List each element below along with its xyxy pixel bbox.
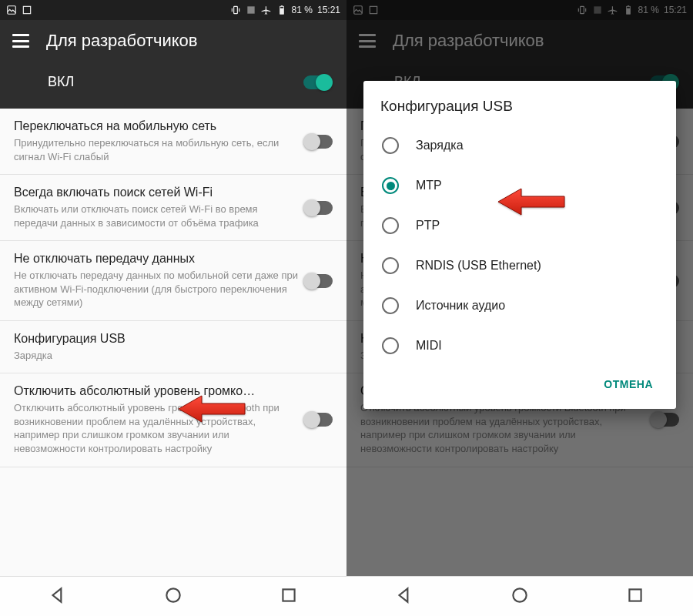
gallery-icon [6, 5, 17, 15]
page-title: Для разработчиков [46, 31, 198, 51]
nav-back-icon[interactable] [48, 585, 68, 608]
phone-right: 81 % 15:21 Для разработчиков ВКЛ Переклю… [346, 0, 693, 616]
setting-keep-data[interactable]: Не отключать передачу данных Не отключат… [0, 241, 346, 321]
setting-subtitle: Не отключать передачу данных по мобильно… [14, 269, 299, 310]
setting-title: Конфигурация USB [14, 332, 299, 346]
setting-toggle[interactable] [305, 201, 333, 215]
radio-icon [382, 217, 399, 234]
radio-icon [382, 257, 399, 274]
nav-home-icon[interactable] [163, 585, 183, 608]
setting-title: Переключаться на мобильную сеть [14, 119, 299, 133]
radio-label: Зарядка [416, 139, 464, 152]
setting-usb-config[interactable]: Конфигурация USB Зарядка [0, 321, 346, 374]
svg-rect-2 [233, 6, 237, 13]
battery-icon [276, 5, 287, 15]
radio-option-charge[interactable]: Зарядка [377, 126, 662, 166]
setting-toggle[interactable] [305, 274, 333, 288]
svg-rect-5 [280, 5, 282, 6]
radio-icon [382, 177, 399, 194]
setting-subtitle: Отключить абсолютный уровень громкости B… [14, 401, 299, 455]
radio-option-audio[interactable]: Источник аудио [377, 286, 662, 326]
svg-rect-4 [280, 8, 283, 15]
master-toggle-label: ВКЛ [48, 74, 74, 90]
airplane-icon [261, 5, 272, 15]
navbar [346, 576, 693, 616]
battery-percent: 81 % [292, 5, 313, 15]
notification-icon [22, 5, 32, 15]
radio-label: PTP [416, 219, 440, 233]
svg-rect-1 [23, 6, 30, 13]
svg-point-14 [513, 588, 526, 601]
setting-title: Отключить абсолютный уровень громко… [14, 384, 299, 398]
usb-config-dialog: Конфигурация USB Зарядка MTP PTP RNDIS (… [363, 81, 676, 409]
radio-icon [382, 337, 399, 354]
radio-label: MIDI [416, 339, 442, 353]
dialog-title: Конфигурация USB [377, 98, 662, 115]
nav-recent-icon[interactable] [625, 585, 645, 608]
setting-title: Не отключать передачу данных [14, 252, 299, 266]
cancel-button[interactable]: ОТМЕНА [598, 370, 659, 398]
radio-option-midi[interactable]: MIDI [377, 326, 662, 366]
radio-option-rndis[interactable]: RNDIS (USB Ethernet) [377, 246, 662, 286]
nav-back-icon[interactable] [394, 585, 414, 608]
nfc-icon [246, 5, 256, 15]
svg-point-6 [166, 588, 179, 601]
svg-rect-15 [629, 589, 641, 601]
radio-label: MTP [416, 179, 442, 192]
setting-abs-volume[interactable]: Отключить абсолютный уровень громко… Отк… [0, 373, 346, 467]
master-toggle[interactable] [303, 75, 331, 89]
radio-icon [382, 297, 399, 314]
setting-title: Всегда включать поиск сетей Wi-Fi [14, 186, 299, 199]
setting-subtitle: Принудительно переключаться на мобильную… [14, 136, 299, 163]
svg-rect-7 [283, 589, 294, 601]
vibrate-icon [230, 5, 241, 15]
clock: 15:21 [317, 5, 340, 15]
menu-icon[interactable] [12, 34, 29, 48]
setting-wifi-scan[interactable]: Всегда включать поиск сетей Wi-Fi Включа… [0, 175, 346, 241]
nav-home-icon[interactable] [510, 585, 530, 608]
phone-left: 81 % 15:21 Для разработчиков ВКЛ Переклю… [0, 0, 346, 616]
setting-toggle[interactable] [305, 135, 333, 149]
setting-subtitle: Включать или отключать поиск сетей Wi-Fi… [14, 203, 299, 229]
setting-toggle[interactable] [305, 413, 333, 427]
navbar [0, 576, 346, 616]
nav-recent-icon[interactable] [279, 585, 299, 608]
radio-option-mtp[interactable]: MTP [377, 166, 662, 206]
radio-label: Источник аудио [416, 299, 505, 313]
statusbar: 81 % 15:21 [0, 0, 346, 20]
setting-subtitle: Зарядка [14, 349, 299, 363]
radio-icon [382, 137, 399, 154]
settings-list: Переключаться на мобильную сеть Принудит… [0, 109, 346, 467]
radio-label: RNDIS (USB Ethernet) [416, 259, 541, 273]
setting-mobile-switch[interactable]: Переключаться на мобильную сеть Принудит… [0, 109, 346, 175]
appbar: Для разработчиков ВКЛ [0, 20, 346, 109]
radio-option-ptp[interactable]: PTP [377, 206, 662, 246]
